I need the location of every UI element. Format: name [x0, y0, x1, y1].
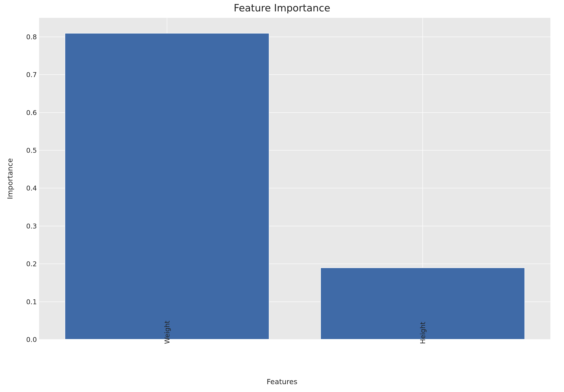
y-tick-label: 0.0: [0, 336, 37, 344]
y-tick-label: 0.2: [0, 260, 37, 268]
chart-figure: Feature Importance 0.00.10.20.30.40.50.6…: [0, 0, 564, 392]
y-tick-label: 0.7: [0, 71, 37, 79]
y-axis-label: Importance: [6, 158, 14, 199]
plot-area: [39, 18, 550, 339]
y-tick-label: 0.1: [0, 298, 37, 306]
y-tick-label: 0.4: [0, 184, 37, 192]
chart-title: Feature Importance: [0, 2, 564, 14]
x-tick-label: Weight: [163, 321, 171, 344]
y-tick-label: 0.8: [0, 33, 37, 41]
x-axis-label: Features: [0, 378, 564, 386]
bar-weight: [65, 33, 269, 339]
y-tick-label: 0.6: [0, 109, 37, 116]
y-tick-label: 0.3: [0, 222, 37, 230]
x-tick-label: Height: [419, 322, 426, 344]
y-tick-label: 0.5: [0, 146, 37, 154]
